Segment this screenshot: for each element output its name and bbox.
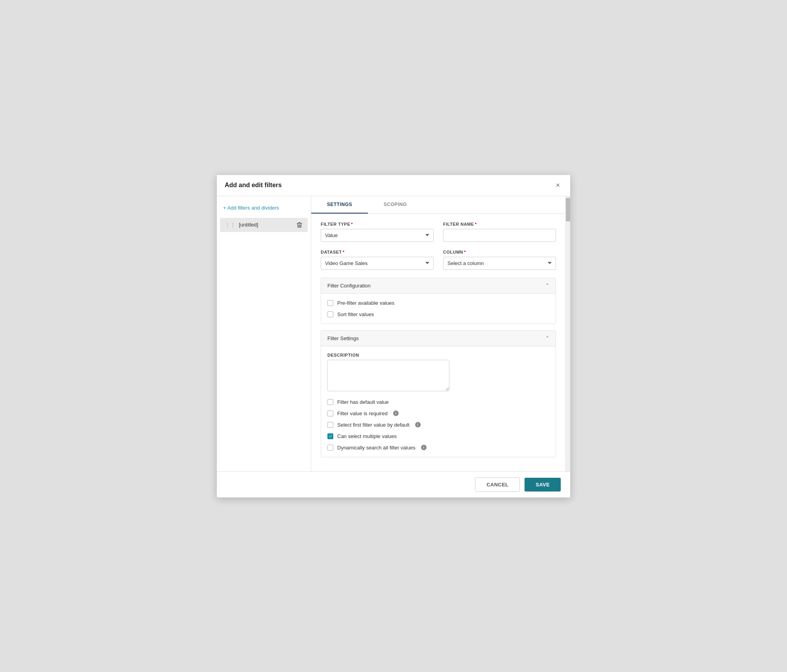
value-required-info-icon: i <box>393 411 399 416</box>
sidebar-filter-item[interactable]: ⋮⋮ [untitled] <box>220 218 308 232</box>
trash-icon <box>297 222 302 228</box>
drag-handle-icon: ⋮⋮ <box>225 222 236 228</box>
pre-filter-checkbox[interactable] <box>327 300 333 306</box>
tabs-bar: SETTINGS SCOPING <box>311 196 565 214</box>
default-value-checkbox[interactable] <box>327 399 333 405</box>
value-required-label: Filter value is required <box>337 411 388 416</box>
sort-filter-row: Sort filter values <box>327 311 549 317</box>
value-required-checkbox[interactable] <box>327 411 333 416</box>
first-value-default-row: Select first filter value by default i <box>327 422 549 428</box>
filter-item-label: [untitled] <box>239 222 293 228</box>
sidebar: + Add filters and dividers ⋮⋮ [untitled] <box>217 196 311 471</box>
filter-name-label: FILTER NAME* <box>443 222 556 226</box>
filter-settings-section: Filter Settings ⌃ DESCRIPTION <box>321 330 556 457</box>
main-panel-wrapper: SETTINGS SCOPING FILTER TYPE* <box>311 196 570 471</box>
column-select[interactable]: Select a column <box>443 257 556 270</box>
filter-settings-body: DESCRIPTION Filter has default value Fil… <box>321 346 556 457</box>
first-value-default-checkbox[interactable] <box>327 422 333 428</box>
filter-settings-title: Filter Settings <box>327 335 358 341</box>
dataset-label: DATASET* <box>321 250 434 254</box>
main-panel: SETTINGS SCOPING FILTER TYPE* <box>311 196 565 471</box>
cancel-button[interactable]: CANCEL <box>475 477 520 492</box>
column-required: * <box>464 250 466 254</box>
dataset-select[interactable]: Video Game Sales <box>321 257 434 270</box>
delete-filter-button[interactable] <box>296 221 303 229</box>
default-value-row: Filter has default value <box>327 399 549 405</box>
dynamic-search-row: Dynamically search all filter values i <box>327 445 549 451</box>
filter-type-select[interactable]: Value Date Range Time Range <box>321 229 434 242</box>
add-filters-link[interactable]: + Add filters and dividers <box>217 203 311 213</box>
dialog-title: Add and edit filters <box>225 182 282 189</box>
scrollbar-thumb[interactable] <box>566 198 570 221</box>
close-button[interactable]: × <box>553 180 562 190</box>
filter-type-required: * <box>351 222 353 226</box>
sort-filter-checkbox[interactable] <box>327 311 333 317</box>
value-required-row: Filter value is required i <box>327 411 549 416</box>
filter-name-required: * <box>475 222 477 226</box>
filter-configuration-section: Filter Configuration ⌃ Pre-filter availa… <box>321 278 556 324</box>
dialog-footer: CANCEL SAVE <box>217 471 570 497</box>
add-edit-filters-dialog: Add and edit filters × + Add filters and… <box>216 175 571 498</box>
dataset-group: DATASET* Video Game Sales <box>321 250 434 270</box>
dynamic-search-label: Dynamically search all filter values <box>337 445 416 451</box>
multiple-values-checkbox[interactable] <box>327 433 333 439</box>
tab-scoping[interactable]: SCOPING <box>368 196 423 214</box>
chevron-up-icon-2: ⌃ <box>545 335 549 341</box>
filter-settings-header[interactable]: Filter Settings ⌃ <box>321 331 556 346</box>
multiple-values-label: Can select multiple values <box>337 433 397 439</box>
settings-panel-content: FILTER TYPE* Value Date Range Time Range… <box>311 214 565 471</box>
filter-configuration-body: Pre-filter available values Sort filter … <box>321 294 556 324</box>
dataset-required: * <box>343 250 345 254</box>
sort-filter-label: Sort filter values <box>337 311 374 317</box>
filter-configuration-title: Filter Configuration <box>327 283 371 289</box>
filter-name-group: FILTER NAME* <box>443 222 556 242</box>
description-label: DESCRIPTION <box>327 353 549 357</box>
dialog-body: + Add filters and dividers ⋮⋮ [untitled] <box>217 196 570 471</box>
column-label: COLUMN* <box>443 250 556 254</box>
first-value-default-label: Select first filter value by default <box>337 422 410 428</box>
dataset-column-row: DATASET* Video Game Sales COLUMN* Se <box>321 250 556 270</box>
description-group: DESCRIPTION <box>327 353 549 393</box>
pre-filter-row: Pre-filter available values <box>327 300 549 306</box>
scrollbar-track <box>565 196 570 471</box>
column-group: COLUMN* Select a column <box>443 250 556 270</box>
pre-filter-label: Pre-filter available values <box>337 300 394 306</box>
dialog-header: Add and edit filters × <box>217 175 570 196</box>
multiple-values-row: Can select multiple values <box>327 433 549 439</box>
save-button[interactable]: SAVE <box>525 478 561 492</box>
filter-configuration-header[interactable]: Filter Configuration ⌃ <box>321 278 556 294</box>
tab-settings[interactable]: SETTINGS <box>311 196 368 214</box>
filter-name-input[interactable] <box>443 229 556 242</box>
filter-type-group: FILTER TYPE* Value Date Range Time Range <box>321 222 434 242</box>
description-textarea[interactable] <box>327 360 449 391</box>
chevron-up-icon: ⌃ <box>545 283 549 288</box>
filter-type-name-row: FILTER TYPE* Value Date Range Time Range… <box>321 222 556 242</box>
first-value-info-icon: i <box>415 422 421 427</box>
filter-type-label: FILTER TYPE* <box>321 222 434 226</box>
default-value-label: Filter has default value <box>337 399 389 405</box>
dynamic-search-info-icon: i <box>421 445 427 450</box>
dynamic-search-checkbox[interactable] <box>327 445 333 451</box>
